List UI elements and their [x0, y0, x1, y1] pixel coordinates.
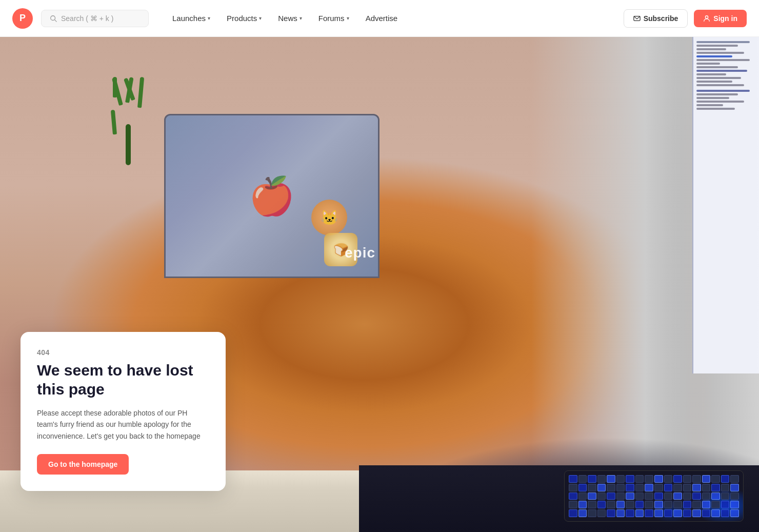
- search-bar[interactable]: Search ( ⌘ + k ): [41, 10, 149, 27]
- plant-decoration: [113, 63, 144, 165]
- chevron-down-icon: ▾: [299, 15, 302, 21]
- hero-section: 🍎 🐱 🍞 epic: [0, 37, 759, 532]
- keyboard-prop: [564, 470, 744, 522]
- nav-right: Subscribe Sign in: [624, 9, 747, 28]
- signin-button[interactable]: Sign in: [694, 10, 747, 27]
- nav-label-launches: Launches: [172, 14, 206, 23]
- nav-label-advertise: Advertise: [366, 14, 398, 23]
- search-icon: [50, 15, 57, 22]
- error-code: 404: [37, 348, 209, 357]
- error-card: 404 We seem to have lost this page Pleas…: [21, 332, 226, 491]
- nav-item-launches[interactable]: Launches ▾: [165, 10, 217, 27]
- nav-label-products: Products: [227, 14, 257, 23]
- svg-point-3: [706, 15, 708, 18]
- error-title: We seem to have lost this page: [37, 361, 209, 399]
- nav-items: Launches ▾ Products ▾ News ▾ Forums ▾ Ad…: [165, 10, 405, 27]
- nav-item-advertise[interactable]: Advertise: [358, 10, 405, 27]
- right-monitor-sidebar: [692, 37, 759, 373]
- nav-item-forums[interactable]: Forums ▾: [311, 10, 356, 27]
- chevron-down-icon: ▾: [347, 15, 349, 21]
- laptop-prop: 🍎 🐱 🍞 epic: [154, 114, 390, 309]
- logo[interactable]: P: [12, 8, 33, 29]
- nav-label-forums: Forums: [318, 14, 345, 23]
- nav-item-news[interactable]: News ▾: [271, 10, 309, 27]
- svg-line-1: [55, 19, 57, 22]
- error-body-text: Please accept these adorable photos of o…: [37, 407, 209, 442]
- mail-icon: [633, 15, 641, 22]
- chevron-down-icon: ▾: [259, 15, 262, 21]
- person-icon: [703, 15, 710, 22]
- go-to-homepage-button[interactable]: Go to the homepage: [37, 454, 129, 475]
- nav-item-products[interactable]: Products ▾: [219, 10, 269, 27]
- chevron-down-icon: ▾: [208, 15, 210, 21]
- search-placeholder-text: Search ( ⌘ + k ): [61, 14, 113, 23]
- subscribe-button[interactable]: Subscribe: [624, 9, 688, 28]
- navbar: P Search ( ⌘ + k ) Launches ▾ Products ▾…: [0, 0, 759, 37]
- nav-label-news: News: [278, 14, 297, 23]
